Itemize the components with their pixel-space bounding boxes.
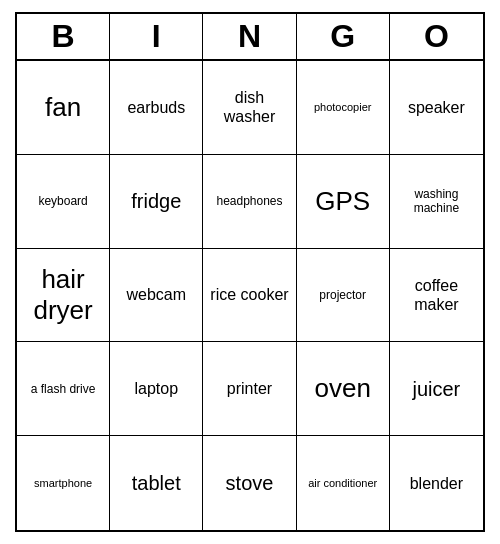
bingo-cell-22: stove bbox=[203, 436, 296, 530]
bingo-cell-9: washing machine bbox=[390, 155, 483, 249]
bingo-cell-11: webcam bbox=[110, 249, 203, 343]
bingo-cell-3: photocopier bbox=[297, 61, 390, 155]
bingo-cell-10: hair dryer bbox=[17, 249, 110, 343]
bingo-header: BINGO bbox=[17, 14, 483, 61]
bingo-cell-1: earbuds bbox=[110, 61, 203, 155]
header-letter: G bbox=[297, 14, 390, 59]
bingo-grid: fanearbudsdish washerphotocopierspeakerk… bbox=[17, 61, 483, 530]
header-letter: N bbox=[203, 14, 296, 59]
bingo-cell-17: printer bbox=[203, 342, 296, 436]
bingo-cell-0: fan bbox=[17, 61, 110, 155]
bingo-cell-2: dish washer bbox=[203, 61, 296, 155]
bingo-cell-5: keyboard bbox=[17, 155, 110, 249]
bingo-card: BINGO fanearbudsdish washerphotocopiersp… bbox=[15, 12, 485, 532]
header-letter: O bbox=[390, 14, 483, 59]
bingo-cell-8: GPS bbox=[297, 155, 390, 249]
bingo-cell-13: projector bbox=[297, 249, 390, 343]
bingo-cell-7: headphones bbox=[203, 155, 296, 249]
bingo-cell-18: oven bbox=[297, 342, 390, 436]
header-letter: B bbox=[17, 14, 110, 59]
bingo-cell-24: blender bbox=[390, 436, 483, 530]
bingo-cell-6: fridge bbox=[110, 155, 203, 249]
bingo-cell-21: tablet bbox=[110, 436, 203, 530]
bingo-cell-19: juicer bbox=[390, 342, 483, 436]
bingo-cell-12: rice cooker bbox=[203, 249, 296, 343]
bingo-cell-15: a flash drive bbox=[17, 342, 110, 436]
header-letter: I bbox=[110, 14, 203, 59]
bingo-cell-14: coffee maker bbox=[390, 249, 483, 343]
bingo-cell-4: speaker bbox=[390, 61, 483, 155]
bingo-cell-16: laptop bbox=[110, 342, 203, 436]
bingo-cell-23: air conditioner bbox=[297, 436, 390, 530]
bingo-cell-20: smartphone bbox=[17, 436, 110, 530]
